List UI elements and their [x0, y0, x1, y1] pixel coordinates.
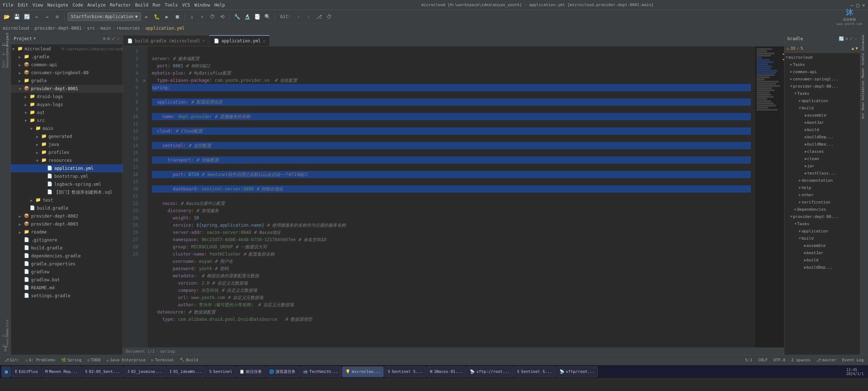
sync-btn[interactable]: 🔄: [22, 12, 31, 21]
status-spring[interactable]: 🌿 Spring: [60, 355, 83, 365]
menu-build[interactable]: Build: [135, 3, 148, 8]
back-btn[interactable]: ←: [33, 12, 41, 21]
run-coverage-btn[interactable]: ▶: [163, 12, 171, 21]
tree-item-gradlew[interactable]: 📄 gradlew: [11, 268, 123, 276]
tree-item-readme-md[interactable]: 📄 README.md: [11, 284, 123, 292]
status-java-enterprise[interactable]: ☕ Java Enterprise: [105, 355, 147, 365]
gradle-build-task-2[interactable]: ▶ build: [784, 256, 860, 264]
tree-item-application-yml[interactable]: 📄 application.yml: [11, 164, 123, 172]
menu-file[interactable]: File: [3, 3, 13, 8]
taskbar-techsmith[interactable]: 📹 TechSmith...: [299, 366, 341, 377]
gradle-bootjar[interactable]: ▶ bootJar: [784, 119, 860, 126]
collapse-icon[interactable]: —: [117, 36, 120, 41]
gradle-build-folder[interactable]: ▼ build: [784, 104, 860, 112]
gradle-consumer[interactable]: ▶ consumer-springl...: [784, 75, 860, 83]
taskbar-editplus[interactable]: E EditPlus: [12, 366, 41, 377]
taskbar-vftp[interactable]: 📡 vftp/root...: [556, 366, 598, 377]
tree-item-resources[interactable]: ▼ 📁 resources: [11, 156, 123, 164]
tree-item-consumer[interactable]: ▶ 📦 consumer-springboot-80: [11, 69, 123, 77]
breadcrumb-main[interactable]: main: [101, 26, 111, 31]
tree-item-build-gradle-8001[interactable]: 📄 build.gradle: [11, 204, 123, 212]
right-act-maven[interactable]: Maven: [861, 68, 868, 78]
tab-close-icon[interactable]: ✕: [263, 39, 265, 43]
tree-item-out[interactable]: ▼ 📁 out: [11, 109, 123, 117]
gradle-build-task[interactable]: ▶ build: [784, 126, 860, 133]
status-todo[interactable]: ☑ TODO: [86, 355, 102, 365]
run-config-dropdown[interactable]: StartTurbine:Application ▼: [68, 12, 141, 21]
gradle-settings-icon[interactable]: ⚙: [846, 36, 848, 41]
right-act-gradle[interactable]: Gradle: [861, 53, 868, 65]
gradle-testclass[interactable]: ▶ testClass...: [784, 169, 860, 177]
tree-item-gitignore[interactable]: 📄 .gitignore: [11, 236, 123, 244]
menu-refactor[interactable]: Refactor: [110, 3, 131, 8]
menu-help[interactable]: Help: [214, 3, 225, 8]
tree-item-generated[interactable]: ▶ 📁 generated: [11, 133, 123, 140]
menu-tools[interactable]: Tools: [165, 3, 178, 8]
menu-bar[interactable]: File Edit View Navigate Code Analyze Ref…: [3, 3, 225, 8]
tree-item-profiles[interactable]: ▶ 📁 profiles: [11, 148, 123, 156]
taskbar-nacos[interactable]: N 1Nacos-01...: [427, 366, 466, 377]
gradle-help[interactable]: ▶ help: [784, 184, 860, 191]
breadcrumb-microcloud[interactable]: microcloud: [3, 26, 29, 31]
tree-item-build-gradle-root[interactable]: 📄 build.gradle: [11, 244, 123, 252]
tree-item-gradlew-bat[interactable]: 📄 gradlew.bat: [11, 276, 123, 284]
gradle-application-2[interactable]: ▶ application: [784, 227, 860, 235]
settings-btn[interactable]: 🔧: [233, 12, 242, 21]
status-build[interactable]: 🔨 Build: [178, 355, 199, 365]
search-everywhere-btn[interactable]: 🔍: [263, 12, 272, 21]
menu-window[interactable]: Window: [194, 3, 210, 8]
git-clock-btn[interactable]: ⏱: [325, 12, 333, 21]
git-branch-btn[interactable]: ⎇: [315, 12, 323, 21]
project-dropdown-icon[interactable]: ▼: [34, 36, 36, 41]
breadcrumb-src[interactable]: src: [87, 26, 95, 31]
breadcrumb-file[interactable]: application.yml: [145, 26, 184, 31]
taskbar-sentinel2[interactable]: S Sentinel S...: [384, 366, 426, 377]
gradle-expand-icon[interactable]: ⤢: [850, 36, 853, 41]
gradle-buildnee[interactable]: ▶ buildNee...: [784, 140, 860, 148]
minimize-button[interactable]: —: [850, 2, 853, 8]
breadcrumb-provider[interactable]: provider-dept-8001: [34, 26, 81, 31]
gradle-jar[interactable]: ▶ jar: [784, 162, 860, 169]
gradle-assemble-2[interactable]: ▶ assemble: [784, 242, 860, 249]
status-indent[interactable]: 2 spaces: [790, 355, 812, 365]
gradle-classes[interactable]: ▶ classes: [784, 148, 860, 155]
status-event-log[interactable]: Event Log: [841, 355, 865, 365]
breadcrumb-resources[interactable]: resources: [116, 26, 140, 31]
taskbar-label[interactable]: 📋 标注任务: [236, 366, 265, 377]
menu-vcs[interactable]: VCS: [182, 3, 190, 8]
status-terminal[interactable]: ▷ Terminal: [150, 355, 176, 365]
git-update-btn[interactable]: ↓: [188, 12, 196, 21]
right-act-ant[interactable]: Ant: [861, 113, 868, 119]
taskbar-browser[interactable]: 🌐 游览器任务: [266, 366, 299, 377]
tree-item-logback[interactable]: 📄 logback-spring.xml: [11, 180, 123, 188]
tree-item-java[interactable]: ▶ 📁 java: [11, 140, 123, 148]
tree-item-gradle-hidden[interactable]: ▶ 📁 .gradle: [11, 53, 123, 61]
taskbar-sftp[interactable]: 📡 sftp://root...: [467, 366, 513, 377]
gradle-builddep[interactable]: ▶ buildDep...: [784, 133, 860, 140]
refactor-btn[interactable]: 🔬: [243, 12, 252, 21]
taskbar-idea[interactable]: I 01_ideaWo...: [166, 366, 205, 377]
gradle-dependencies[interactable]: ▶ Dependencies: [784, 206, 860, 213]
tree-item-gradle-properties[interactable]: 📄 gradle.properties: [11, 260, 123, 268]
tree-item-sql[interactable]: 📄 【部门】数据库创建脚本.sql: [11, 188, 123, 196]
gradle-tasks-provider[interactable]: ▼ Tasks: [784, 90, 860, 97]
git-revert-btn[interactable]: ⟲: [218, 12, 227, 21]
close-button[interactable]: ✕: [862, 2, 865, 8]
window-controls[interactable]: — □ ✕: [850, 2, 865, 8]
status-line-ending[interactable]: CRLF: [757, 355, 769, 365]
tree-item-main[interactable]: ▼ 📁 main: [11, 125, 123, 133]
gradle-build-folder-2[interactable]: ▼ build: [784, 235, 860, 242]
status-git-master[interactable]: ⎇ master: [815, 355, 838, 365]
git-check-btn[interactable]: ✓: [294, 12, 303, 21]
tree-item-muyan-logs[interactable]: ▶ 📁 muyan-logs: [11, 101, 123, 109]
status-encoding[interactable]: UTF-8: [772, 355, 787, 365]
debug-btn[interactable]: 🐛: [153, 12, 161, 21]
gradle-verification[interactable]: ▶ verification: [784, 198, 860, 206]
gradle-root-microcloud[interactable]: ▼ microcloud: [784, 54, 860, 61]
forward-btn[interactable]: →: [43, 12, 51, 21]
tree-item-provider-8001[interactable]: ▼ 📦 provider-dept-8001: [11, 85, 123, 93]
gradle-tasks-provider-2[interactable]: ▼ Tasks: [784, 220, 860, 227]
activity-favorites[interactable]: 2: Favorites: [1, 334, 10, 343]
tree-item-provider-8003[interactable]: ▶ 📦 provider-dept-8003: [11, 220, 123, 228]
activity-pull-requests[interactable]: Pull Requests: [1, 55, 10, 64]
